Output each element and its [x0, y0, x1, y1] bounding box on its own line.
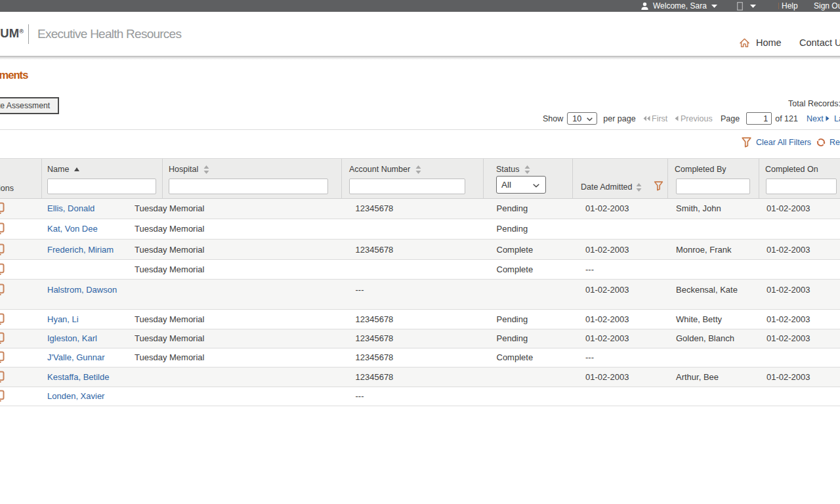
- assessment-action-icon[interactable]: [0, 222, 6, 235]
- date-admitted-cell: 01-02-2003: [579, 280, 669, 299]
- filter-input-account-number[interactable]: [349, 178, 465, 194]
- patient-name-link[interactable]: Ellis, Donald: [47, 203, 94, 213]
- page-size-value: 10: [572, 114, 581, 123]
- patient-name-link[interactable]: Kat, Von Dee: [47, 224, 98, 234]
- welcome-label: Welcome, Sara: [653, 1, 707, 10]
- column-header-account-number[interactable]: Account Number: [342, 159, 484, 198]
- filter-funnel-icon[interactable]: [654, 181, 663, 191]
- patient-name-link[interactable]: Hyan, Li: [47, 314, 79, 324]
- patient-name-link[interactable]: Kestaffa, Betilde: [47, 372, 109, 382]
- account-number-cell: 12345678: [349, 199, 490, 219]
- completed-on-cell: 01-02-2003: [760, 368, 840, 387]
- page-size-control: Show 10 per page: [543, 112, 636, 125]
- page-label: Page: [721, 114, 740, 123]
- table-row: Kat, Von Dee Tuesday Memorial Pending: [0, 219, 840, 240]
- patient-name-link[interactable]: Halstrom, Dawson: [47, 285, 117, 295]
- column-label-account-number: Account Number: [349, 165, 410, 174]
- user-menu[interactable]: Welcome, Sara: [640, 0, 717, 12]
- nav-contact-us[interactable]: Contact Us: [799, 35, 840, 51]
- patient-name-link[interactable]: Londen, Xavier: [47, 391, 104, 401]
- total-records: Total Records: 1210: [788, 99, 840, 108]
- completed-by-cell: Monroe, Frank: [669, 240, 760, 259]
- completed-by-cell: Golden, Blanch: [669, 329, 760, 348]
- pagination-first[interactable]: First: [643, 112, 667, 125]
- account-number-cell: ---: [349, 387, 490, 406]
- page-size-select[interactable]: 10: [567, 112, 597, 125]
- pagination-previous[interactable]: Previous: [675, 112, 713, 125]
- column-header-completed-by: Completed By: [668, 159, 759, 198]
- assessment-action-icon[interactable]: [0, 284, 6, 296]
- account-number-cell: 12345678: [349, 329, 490, 348]
- filter-input-name[interactable]: [47, 178, 156, 194]
- status-cell: Pending: [490, 329, 579, 348]
- status-cell: [490, 280, 579, 299]
- refresh[interactable]: Refresh: [816, 136, 840, 148]
- hospital-cell: Tuesday Memorial: [128, 260, 349, 279]
- chevron-down-icon: [711, 5, 717, 8]
- help-link[interactable]: Help: [782, 0, 798, 12]
- completed-by-cell: Beckensal, Kate: [669, 280, 760, 299]
- column-header-date-admitted[interactable]: Date Admitted: [573, 159, 668, 198]
- status-cell: [490, 368, 579, 387]
- table-row: Halstrom, Dawson --- 01-02-2003 Beckensa…: [0, 280, 840, 310]
- user-icon: [640, 2, 649, 10]
- pagination-next[interactable]: Next: [807, 112, 830, 125]
- column-header-status[interactable]: Status All: [484, 159, 574, 198]
- signout-label: Sign Out: [814, 1, 840, 10]
- patient-name-link[interactable]: Igleston, Karl: [47, 333, 97, 343]
- account-number-cell: 12345678: [349, 310, 490, 329]
- hospital-cell: Tuesday Memorial: [128, 348, 349, 367]
- optum-logo: OPTUM®: [0, 26, 24, 41]
- divider: [0, 129, 840, 130]
- completed-by-cell: Arthur, Bee: [669, 368, 760, 387]
- hospital-cell: [128, 387, 349, 406]
- language-menu[interactable]: [737, 0, 756, 12]
- chevron-down-icon: [587, 117, 593, 121]
- assessment-action-icon[interactable]: [0, 313, 6, 326]
- sort-both-icon: [415, 165, 421, 174]
- status-cell: Pending: [490, 219, 579, 240]
- clear-all-filters-label: Clear All Filters: [756, 138, 811, 147]
- account-number-cell: 12345678: [349, 240, 490, 259]
- completed-by-cell: [669, 260, 760, 279]
- completed-by-cell: Smith, John: [669, 199, 760, 219]
- assessment-action-icon[interactable]: [0, 390, 6, 402]
- assessment-action-icon[interactable]: [0, 243, 6, 256]
- date-admitted-cell: [579, 387, 669, 406]
- filter-input-completed-by[interactable]: [676, 178, 750, 194]
- pagination-last[interactable]: Last: [834, 112, 840, 125]
- page-number-input[interactable]: [746, 112, 772, 125]
- column-header-hospital[interactable]: Hospital: [163, 159, 342, 198]
- hospital-cell: Tuesday Memorial: [128, 329, 349, 348]
- table-row: Kestaffa, Betilde 12345678 01-02-2003 Ar…: [0, 368, 840, 387]
- column-label-completed-by: Completed By: [675, 165, 726, 174]
- assessment-action-icon[interactable]: [0, 371, 6, 383]
- create-assessment-button[interactable]: Create Assessment: [0, 97, 59, 114]
- chevron-down-icon: [750, 5, 756, 8]
- filter-input-completed-on[interactable]: [766, 178, 837, 194]
- assessment-action-icon[interactable]: [0, 332, 6, 345]
- assessment-action-icon[interactable]: [0, 351, 6, 364]
- column-header-name[interactable]: Name: [42, 159, 163, 198]
- date-admitted-cell: 01-02-2003: [579, 310, 669, 329]
- completed-on-cell: 01-02-2003: [760, 310, 840, 329]
- date-admitted-cell: 01-02-2003: [579, 199, 669, 219]
- assessment-action-icon[interactable]: [0, 202, 6, 215]
- nav-home[interactable]: Home: [739, 35, 782, 51]
- clear-all-filters[interactable]: Clear All Filters: [742, 136, 811, 148]
- table-row: Hyan, Li Tuesday Memorial 12345678 Pendi…: [0, 310, 840, 329]
- status-filter-select[interactable]: All: [496, 176, 546, 194]
- brand-title: Executive Health Resources: [37, 27, 181, 41]
- patient-name-link[interactable]: J'Valle, Gunnar: [47, 352, 105, 362]
- completed-on-cell: [760, 348, 840, 367]
- account-number-cell: [349, 219, 490, 240]
- completed-on-cell: 01-02-2003: [760, 240, 840, 259]
- assessment-action-icon[interactable]: [0, 263, 6, 276]
- date-admitted-cell: ---: [579, 348, 669, 367]
- signout-link[interactable]: Sign Out: [814, 0, 840, 12]
- filter-input-hospital[interactable]: [169, 178, 328, 194]
- logo-divider: [28, 24, 30, 44]
- patient-name-link[interactable]: Frederich, Miriam: [47, 245, 114, 255]
- hospital-cell: Tuesday Memorial: [128, 240, 349, 259]
- account-number-cell: 12345678: [349, 368, 490, 387]
